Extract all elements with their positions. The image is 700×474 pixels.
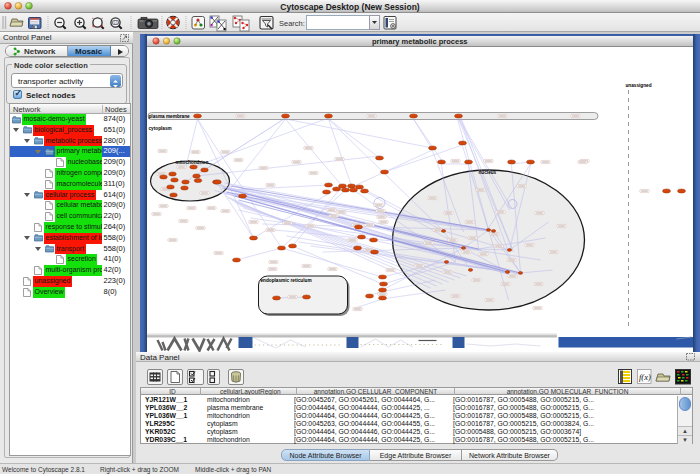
svg-text:unassigned: unassigned — [625, 83, 651, 88]
svg-text:cytoplasm: cytoplasm — [148, 126, 171, 131]
svg-text:f(x): f(x) — [639, 372, 651, 382]
svg-text:1:1: 1:1 — [113, 21, 118, 25]
svg-text:plasma membrane: plasma membrane — [148, 114, 190, 119]
svg-text:mitochondrion: mitochondrion — [175, 160, 208, 165]
svg-text:Search:: Search: — [279, 19, 305, 28]
svg-text:endoplasmic reticulum: endoplasmic reticulum — [260, 278, 311, 283]
svg-text:nucleus: nucleus — [478, 170, 496, 175]
